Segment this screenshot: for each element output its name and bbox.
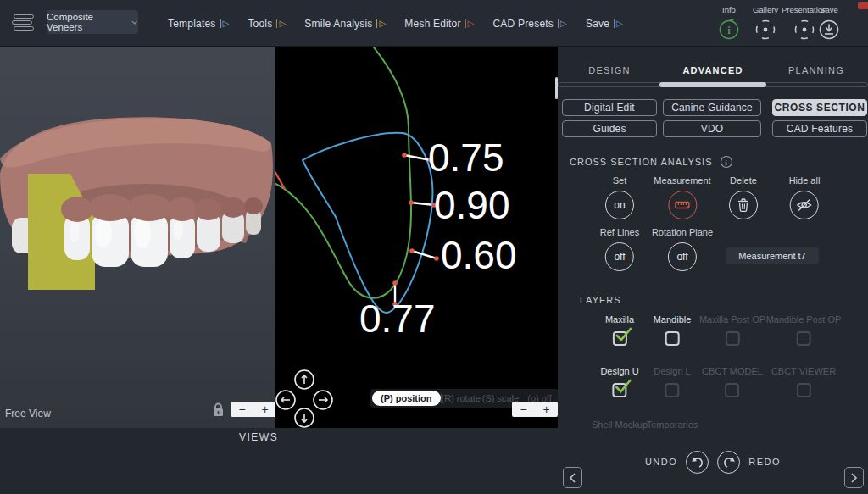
layer-shell-mockup: Shell Mockup bbox=[592, 419, 648, 430]
menu-smile-analysis[interactable]: Smile Analysis ▷ bbox=[304, 18, 386, 30]
panel-next-button[interactable] bbox=[844, 467, 864, 488]
layer-cbct-model-checkbox[interactable] bbox=[725, 383, 739, 397]
layer-maxilla-checkbox[interactable] bbox=[612, 331, 626, 346]
tab-advanced[interactable]: ADVANCED bbox=[661, 65, 765, 75]
eye-off-icon bbox=[794, 195, 815, 215]
zoom-out-button[interactable]: − bbox=[512, 402, 535, 417]
trash-icon bbox=[734, 196, 753, 214]
window-close-sliver[interactable] bbox=[858, 2, 868, 9]
layer-mandible-post-op-checkbox[interactable] bbox=[797, 331, 811, 346]
vdo-button[interactable]: VDO bbox=[663, 120, 761, 137]
layer-temporaries: Temporaries bbox=[647, 419, 698, 430]
zoom-in-button[interactable]: + bbox=[535, 402, 558, 417]
info-icon[interactable]: i bbox=[720, 155, 733, 169]
measurement-value: 0.60 bbox=[441, 233, 517, 277]
gallery-icon bbox=[754, 17, 777, 41]
zoom-in-button[interactable]: + bbox=[253, 402, 275, 417]
views-title: VIEWS bbox=[239, 431, 278, 443]
menu-arrow-icon: ▷ bbox=[376, 19, 386, 28]
svg-text:i: i bbox=[725, 158, 728, 167]
info-icon: i bbox=[717, 17, 741, 41]
layer-maxilla-post-op-checkbox[interactable] bbox=[726, 331, 740, 346]
section-zoom-control[interactable]: − + bbox=[512, 402, 558, 417]
preset-dropdown-label: Composite Veneers bbox=[47, 12, 126, 32]
layer-maxilla: Maxilla bbox=[605, 314, 634, 346]
menu-save[interactable]: Save ▷ bbox=[586, 18, 623, 30]
ruler-icon bbox=[672, 195, 693, 215]
save-download-icon bbox=[817, 17, 841, 41]
set-toggle-button[interactable]: on bbox=[605, 191, 634, 219]
redo-button[interactable] bbox=[717, 451, 740, 474]
cad-features-button[interactable]: CAD Features bbox=[772, 120, 867, 137]
delete-button[interactable] bbox=[729, 191, 758, 219]
measurement-button[interactable] bbox=[668, 191, 697, 219]
chevron-left-icon bbox=[568, 472, 577, 484]
gallery-button[interactable]: Gallery bbox=[753, 5, 778, 41]
measurement-t7-button[interactable]: Measurement t7 bbox=[726, 247, 819, 264]
redo-label: REDO bbox=[748, 457, 781, 467]
digital-edit-button[interactable]: Digital Edit bbox=[562, 99, 657, 116]
menu-arrow-icon: ▷ bbox=[614, 19, 623, 28]
set-control: Set on bbox=[605, 175, 634, 219]
mode-rotate-button[interactable]: (R) rotate bbox=[441, 393, 481, 403]
menu-cad-presets[interactable]: CAD Presets ▷ bbox=[492, 18, 566, 30]
menu-templates[interactable]: Templates ▷ bbox=[168, 18, 229, 30]
menu-arrow-icon: ▷ bbox=[558, 19, 567, 28]
undo-arrow-icon bbox=[690, 454, 705, 469]
measurement-value: 0.90 bbox=[434, 183, 510, 227]
menu-row: Templates ▷ Tools ▷ Smile Analysis ▷ Mes… bbox=[168, 0, 623, 47]
canine-guidance-button[interactable]: Canine Guidance bbox=[663, 99, 761, 116]
check-icon bbox=[615, 326, 632, 343]
layer-maxilla-post-op: Maxilla Post OP bbox=[699, 314, 765, 346]
menu-mesh-editor[interactable]: Mesh Editor ▷ bbox=[404, 18, 474, 30]
application-window: Composite Veneers Templates ▷ Tools ▷ Sm… bbox=[0, 0, 868, 494]
menu-arrow-icon: ▷ bbox=[276, 19, 286, 28]
layer-design-l: Design L bbox=[654, 366, 690, 397]
undo-label: UNDO bbox=[645, 457, 677, 467]
layers-section-title: LAYERS bbox=[580, 295, 621, 305]
measurement-value: 0.75 bbox=[428, 136, 504, 180]
layer-mandible-post-op: Mandible Post OP bbox=[766, 314, 842, 346]
viewport-zoom-control[interactable]: − + bbox=[231, 402, 275, 417]
chevron-right-icon bbox=[849, 472, 859, 484]
hide-all-button[interactable] bbox=[790, 191, 819, 219]
ref-lines-control: Ref Lines off bbox=[600, 227, 639, 271]
ref-lines-toggle-button[interactable]: off bbox=[605, 242, 634, 271]
layer-cbct-model: CBCT MODEL bbox=[702, 366, 763, 397]
presentation-icon bbox=[793, 17, 816, 41]
guides-button[interactable]: Guides bbox=[562, 120, 657, 137]
menu-tools[interactable]: Tools ▷ bbox=[248, 18, 286, 30]
cross-section-plot: 0.75 0.90 0.60 0.77 bbox=[275, 47, 558, 428]
mode-position-button[interactable]: (P) position bbox=[372, 391, 441, 406]
save-button[interactable]: Save bbox=[817, 5, 841, 41]
chevron-down-icon bbox=[131, 20, 138, 25]
layer-design-l-checkbox[interactable] bbox=[665, 383, 679, 397]
undo-button[interactable] bbox=[686, 451, 709, 474]
tab-active-indicator bbox=[659, 82, 766, 87]
zoom-out-button[interactable]: − bbox=[231, 402, 253, 417]
layer-design-u: Design U bbox=[600, 366, 638, 397]
lock-icon[interactable] bbox=[211, 402, 225, 417]
check-icon bbox=[615, 378, 632, 395]
panel-prev-button[interactable] bbox=[563, 467, 582, 488]
hide-all-control: Hide all bbox=[789, 175, 821, 219]
info-button[interactable]: Info i bbox=[717, 5, 741, 41]
undo-redo-row: UNDO REDO bbox=[558, 450, 868, 474]
tab-planning[interactable]: PLANNING bbox=[765, 65, 868, 75]
menu-arrow-icon: ▷ bbox=[465, 19, 475, 28]
preset-dropdown[interactable]: Composite Veneers bbox=[47, 10, 138, 34]
model-viewport-3d[interactable]: Free View − + bbox=[0, 47, 275, 428]
cross-section-button[interactable]: CROSS SECTION bbox=[772, 99, 867, 116]
delete-control: Delete bbox=[729, 175, 758, 219]
rotation-plane-control: Rotation Plane off bbox=[652, 227, 713, 271]
layer-design-u-checkbox[interactable] bbox=[613, 383, 627, 397]
main-menu-icon[interactable] bbox=[12, 14, 34, 31]
rotation-plane-toggle-button[interactable]: off bbox=[668, 242, 697, 271]
layer-mandible-checkbox[interactable] bbox=[665, 331, 679, 346]
layer-cbct-viewer-checkbox[interactable] bbox=[796, 383, 810, 397]
tab-design[interactable]: DESIGN bbox=[558, 65, 661, 75]
cross-section-viewport[interactable]: 0.75 0.90 0.60 0.77 (P) position (R) rot… bbox=[275, 47, 558, 428]
top-menu-bar: Composite Veneers Templates ▷ Tools ▷ Sm… bbox=[0, 0, 868, 47]
layer-cbct-viewer: CBCT VIEWER bbox=[771, 366, 836, 397]
layer-mandible: Mandible bbox=[654, 314, 692, 346]
